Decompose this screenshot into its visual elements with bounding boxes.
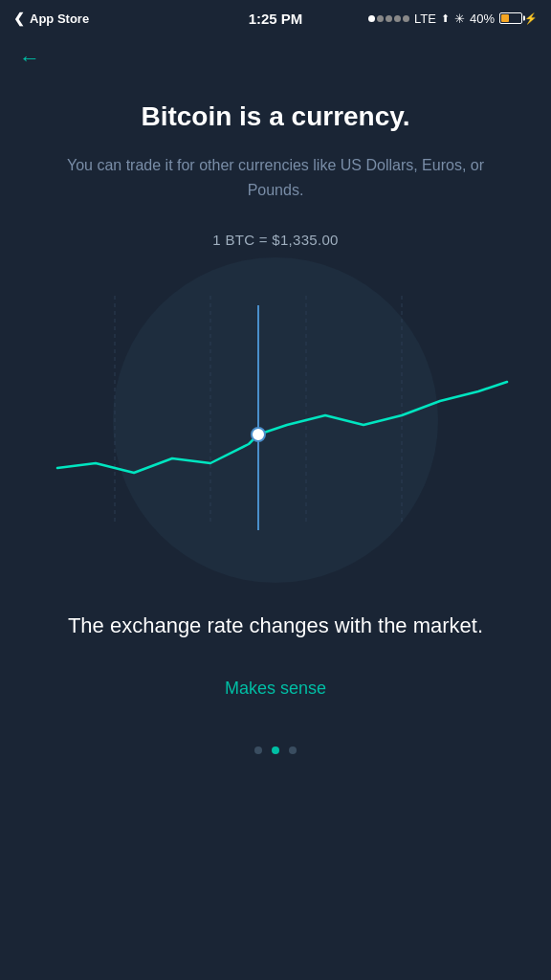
back-button[interactable]: ←	[19, 46, 40, 71]
carrier-label: App Store	[30, 11, 89, 26]
pagination-dot-1[interactable]	[272, 746, 279, 754]
status-time: 1:25 PM	[249, 11, 303, 27]
signal-dot-4	[394, 15, 401, 22]
signal-dot-2	[377, 15, 384, 22]
bottom-section: The exchange rate changes with the marke…	[0, 583, 551, 719]
status-right: LTE ⬆ ✳ 40% ⚡	[368, 11, 538, 26]
back-arrow-status: ❮	[13, 11, 25, 26]
page-headline: Bitcoin is a currency.	[38, 100, 513, 134]
price-chart	[38, 257, 513, 583]
signal-dot-5	[403, 15, 409, 22]
page-subtext: You can trade it for other currencies li…	[38, 153, 513, 202]
pagination-dot-2[interactable]	[289, 746, 297, 754]
makes-sense-button[interactable]: Makes sense	[225, 679, 326, 699]
location-icon: ⬆	[441, 12, 450, 25]
btc-price-label: 1 BTC = $1,335.00	[38, 232, 513, 248]
signal-dots	[368, 15, 409, 22]
back-btn-row: ←	[0, 36, 551, 80]
battery-icon: ⚡	[499, 12, 538, 25]
pagination-dots	[0, 718, 551, 773]
signal-dot-3	[386, 15, 392, 22]
svg-point-6	[255, 432, 261, 437]
pagination-dot-0[interactable]	[254, 746, 262, 754]
status-left: ❮ App Store	[13, 11, 89, 26]
exchange-rate-text: The exchange rate changes with the marke…	[38, 612, 513, 641]
status-bar: ❮ App Store 1:25 PM LTE ⬆ ✳ 40% ⚡	[0, 0, 551, 36]
lte-label: LTE	[414, 11, 436, 26]
main-content: Bitcoin is a currency. You can trade it …	[0, 80, 551, 583]
chart-svg	[38, 257, 513, 583]
bluetooth-icon: ✳	[454, 11, 465, 26]
battery-percent: 40%	[470, 11, 495, 26]
signal-dot-1	[368, 15, 375, 22]
